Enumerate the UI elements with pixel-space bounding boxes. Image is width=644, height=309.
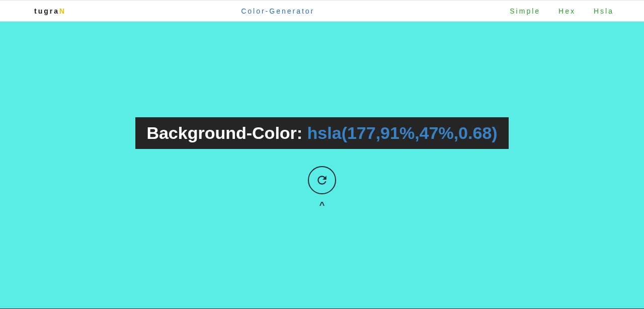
nav: Simple Hex Hsla	[510, 7, 614, 15]
color-label: Background-Color:	[146, 123, 307, 142]
nav-simple[interactable]: Simple	[510, 7, 540, 15]
page-title: Color-Generator	[46, 7, 510, 15]
nav-hsla[interactable]: Hsla	[594, 7, 614, 15]
nav-hex[interactable]: Hex	[558, 7, 576, 15]
main-area: Background-Color: hsla(177,91%,47%,0.68)…	[0, 22, 644, 309]
color-value: hsla(177,91%,47%,0.68)	[307, 123, 498, 142]
refresh-icon	[315, 174, 329, 187]
caret-indicator: ^	[319, 200, 325, 211]
header: tugraN Color-Generator Simple Hex Hsla	[0, 0, 644, 22]
color-display: Background-Color: hsla(177,91%,47%,0.68)	[135, 117, 508, 149]
refresh-button[interactable]	[308, 166, 336, 194]
